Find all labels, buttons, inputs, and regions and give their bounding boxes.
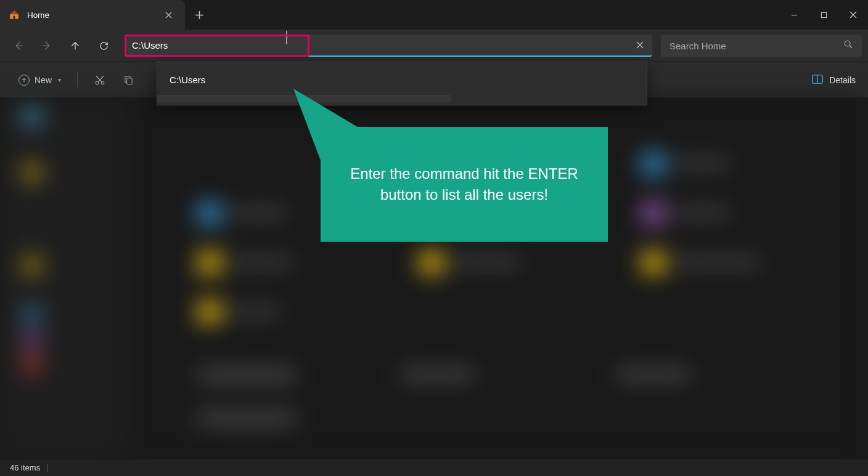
search-box[interactable]: Search Home: [661, 35, 862, 57]
chevron-down-icon: ▾: [58, 76, 61, 83]
copy-button[interactable]: [116, 68, 141, 92]
details-button-label: Details: [829, 75, 856, 85]
back-button[interactable]: [6, 33, 31, 58]
address-bar-wrap: C:\Users │: [125, 35, 652, 57]
window-controls: [779, 0, 868, 30]
active-tab[interactable]: Home: [0, 0, 185, 30]
text-cursor-icon: │: [284, 31, 284, 43]
titlebar-drag-area[interactable]: [213, 0, 779, 30]
minimize-button[interactable]: [779, 0, 809, 30]
address-input[interactable]: C:\Users: [132, 40, 628, 51]
plus-circle-icon: +: [18, 75, 30, 86]
callout-text: Enter the command hit the ENTER button t…: [338, 163, 591, 205]
forward-button[interactable]: [35, 33, 59, 58]
svg-point-1: [845, 41, 850, 46]
home-icon: [9, 9, 20, 20]
svg-rect-5: [126, 78, 132, 84]
maximize-button[interactable]: [809, 0, 838, 30]
callout-box: Enter the command hit the ENTER button t…: [321, 127, 608, 242]
status-item-count: 46 items: [10, 463, 40, 472]
new-tab-button[interactable]: [185, 0, 213, 30]
address-bar[interactable]: C:\Users │: [125, 35, 652, 57]
search-icon: [843, 39, 853, 52]
tab-title: Home: [27, 10, 153, 20]
status-divider: [47, 464, 48, 472]
close-button[interactable]: [838, 0, 868, 30]
toolbar-divider: [77, 72, 78, 89]
new-button-label: New: [35, 75, 52, 85]
status-bar: 46 items: [0, 459, 868, 476]
details-icon: [812, 75, 823, 86]
details-view-button[interactable]: Details: [812, 75, 856, 86]
refresh-button[interactable]: [91, 33, 116, 58]
up-button[interactable]: [63, 33, 88, 58]
svg-rect-0: [821, 12, 826, 17]
search-placeholder: Search Home: [669, 41, 837, 51]
new-button[interactable]: + New ▾: [12, 71, 67, 89]
tab-close-button[interactable]: [160, 7, 176, 23]
address-clear-button[interactable]: [628, 34, 652, 56]
titlebar: Home: [0, 0, 868, 30]
navigation-bar: C:\Users │ Search Home: [0, 30, 868, 62]
cut-button[interactable]: [88, 68, 112, 92]
